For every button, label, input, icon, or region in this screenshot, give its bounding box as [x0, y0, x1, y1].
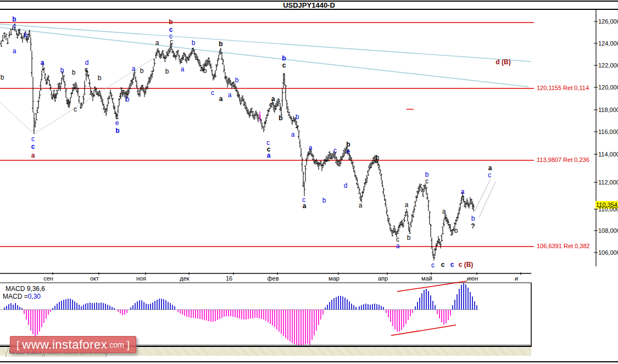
wave-label: b [169, 19, 172, 25]
wave-label: a [31, 153, 35, 159]
y-axis-label: 118,000 [598, 107, 618, 113]
wave-label: b [192, 40, 196, 46]
macd-indicator-label: MACD 9,36,6 [5, 285, 45, 293]
x-axis-label: 16 [226, 275, 232, 282]
macd-channel-line [391, 325, 456, 335]
wave-label: c (B) [459, 262, 474, 268]
wave-label: b [282, 55, 286, 61]
logo-text: www.instaforex [22, 338, 107, 352]
projection-line [475, 179, 491, 211]
wave-label: a [267, 153, 271, 159]
wave-label: b [140, 68, 144, 74]
wave-label: a [442, 209, 446, 215]
wave-label: d (B) [495, 59, 510, 65]
wave-label: e [115, 120, 119, 126]
wave-label: d [85, 60, 89, 66]
y-axis-label: 126,000 [598, 18, 618, 25]
y-axis-label: 112,000 [598, 179, 618, 186]
trading-chart-window: USDJPY1440-D MACD 9,36,6 MACD =0,30 110,… [0, 0, 618, 364]
wave-label: a [132, 66, 136, 72]
wave-label: a [271, 96, 275, 102]
y-axis-label: 114,000 [598, 151, 618, 158]
wave-label: b [279, 115, 282, 121]
price-bars [0, 24, 475, 261]
wave-label: b [1, 75, 4, 81]
gray-trendline [0, 102, 34, 134]
wave-label: a [228, 92, 232, 98]
wave-label: b [115, 128, 119, 134]
y-axis-label: 120,000 [598, 84, 618, 91]
x-axis-label: дек [180, 275, 189, 282]
wave-label: c [461, 195, 464, 201]
fib-level-label: 106,6391 Ret 0,382 [537, 243, 590, 249]
wave-label: b [126, 97, 130, 103]
wave-label: c [450, 262, 454, 268]
wave-label: a [291, 132, 295, 138]
wave-label: b [165, 69, 169, 75]
x-axis-label: окт [90, 275, 99, 282]
bottom-window-border [0, 361, 618, 362]
y-axis-label: 116,000 [598, 128, 618, 135]
x-axis-label: сен [43, 275, 53, 282]
wave-label: a [219, 96, 223, 102]
x-axis-label: ноя [136, 275, 146, 282]
wave-label: c [441, 262, 445, 268]
wave-label: a [405, 202, 409, 208]
x-axis-label: июн [467, 275, 478, 282]
wave-label: a [488, 165, 492, 171]
wave-label: c [431, 262, 435, 268]
wave-label: a [181, 66, 185, 72]
wave-label: c [488, 172, 491, 178]
wave-label: a [66, 99, 70, 105]
x-axis-label: май [421, 275, 432, 282]
wave-label: c [85, 67, 88, 73]
wave-label: c [170, 39, 173, 45]
y-axis-label: 106,000 [598, 249, 618, 256]
projection-line [479, 182, 495, 217]
wave-label: a [396, 243, 400, 249]
wave-label: b [235, 77, 239, 83]
fib-level-label: 113,9807 Ret 0,236 [537, 156, 589, 163]
wave-label: a [13, 48, 16, 54]
wave-label: b [454, 228, 458, 234]
wave-label: a [359, 203, 363, 209]
wave-label: b [72, 70, 76, 76]
x-axis-label: и [515, 275, 518, 282]
macd-value-label: MACD =0,30 [3, 293, 41, 300]
price-and-macd-chart[interactable] [0, 0, 618, 364]
x-axis-label: апр [378, 275, 388, 282]
y-axis-label: 124,000 [598, 40, 618, 47]
wave-label: c [282, 63, 286, 69]
cyan-trendline [0, 24, 531, 61]
wave-label: b [98, 75, 102, 81]
wave-label: b [471, 216, 475, 222]
wave-label: b [219, 41, 222, 47]
wave-label: c [13, 23, 16, 29]
wave-label: b [407, 235, 411, 241]
y-axis-label: 122,000 [598, 62, 618, 69]
macd-value: 0,30 [28, 293, 41, 300]
fib-level-label: 120,1155 Ret 0,114 [537, 85, 589, 91]
macd-value-prefix: MACD = [3, 293, 28, 300]
instaforex-logo[interactable]: [www.instaforex.com] [10, 336, 136, 353]
wave-label: c [425, 178, 428, 184]
wave-label: c [211, 90, 214, 96]
wave-label: d [344, 183, 348, 189]
cyan-trendline [0, 27, 528, 87]
wave-label: c [125, 89, 129, 96]
wave-label: a [155, 40, 159, 46]
logo-bracket-left: [ [16, 339, 19, 351]
y-axis-label: 110,000 [598, 206, 618, 212]
wave-label: a [303, 203, 307, 209]
logo-suffix: .com [107, 340, 124, 349]
wave-label: a [309, 145, 313, 151]
wave-label: c [333, 148, 337, 154]
wave-label: a [120, 92, 124, 98]
y-axis-label: 108,000 [598, 227, 618, 234]
logo-bracket-right: ] [127, 339, 130, 351]
wave-label: b [346, 142, 350, 148]
wave-label: b [60, 68, 64, 74]
wave-label: b [24, 32, 28, 38]
x-axis-label: фев [267, 275, 279, 282]
wave-label: a [53, 93, 57, 99]
